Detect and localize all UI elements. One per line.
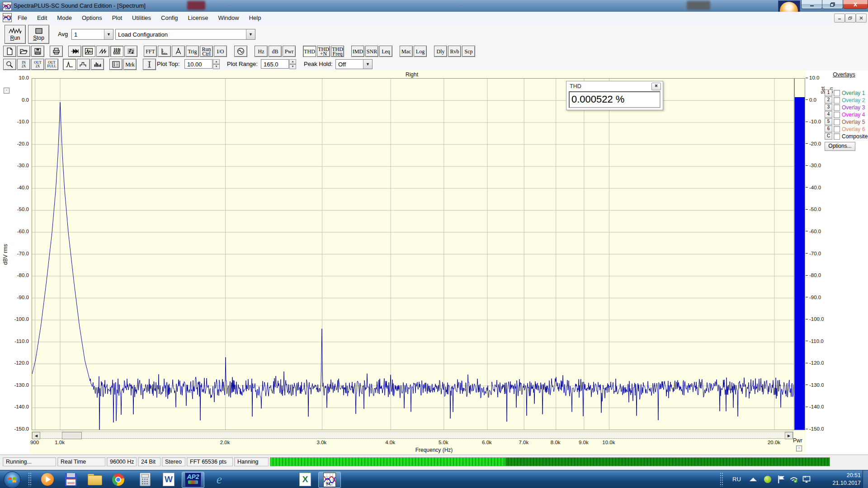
menu-item-config[interactable]: Config — [156, 14, 183, 21]
scroll-left-icon[interactable]: ◀ — [32, 432, 40, 439]
peak-hold-combobox[interactable]: Off ▼ — [335, 59, 373, 69]
fft-button[interactable]: FFT — [144, 46, 157, 57]
close-button[interactable] — [843, 0, 868, 9]
mac-button[interactable]: Mac — [400, 46, 413, 57]
plot-range-spinner[interactable]: ▲▼ — [289, 59, 296, 69]
scrollbar-thumb[interactable] — [62, 432, 82, 439]
overlay-set-button-2[interactable]: 2 — [825, 97, 832, 103]
minimize-button[interactable] — [801, 0, 822, 9]
scp-button[interactable]: Scp — [462, 46, 475, 57]
rvb-button[interactable]: Rvb — [448, 46, 461, 57]
mdi-close-button[interactable] — [856, 14, 867, 23]
thd-button[interactable]: THD — [303, 46, 316, 57]
horizontal-scrollbar[interactable]: ◀ ▶ — [32, 432, 793, 439]
scale-ruler-button[interactable] — [158, 46, 171, 57]
spectrum-curve-button[interactable] — [63, 59, 76, 70]
taskbar-media-player-icon[interactable] — [39, 472, 56, 487]
menu-item-help[interactable]: Help — [244, 14, 266, 21]
waterfall-button[interactable] — [110, 46, 123, 57]
log-button[interactable]: Log — [414, 46, 427, 57]
spectrum-chart[interactable] — [32, 79, 794, 430]
hz-button[interactable]: Hz — [255, 46, 268, 57]
load-configuration-combobox[interactable]: Load Configuration ▼ — [115, 29, 255, 40]
taskbar-internet-explorer-icon[interactable]: e — [211, 472, 228, 487]
language-indicator[interactable]: RU — [732, 476, 741, 483]
menu-item-file[interactable]: File — [13, 14, 32, 21]
display-tray-icon[interactable] — [802, 475, 811, 484]
overlay-set-button-3[interactable]: 3 — [825, 104, 832, 111]
stop-button[interactable]: Stop — [28, 25, 49, 44]
plot-display-button[interactable] — [82, 46, 95, 57]
taskbar-calculator-icon[interactable] — [137, 472, 154, 487]
print-button[interactable] — [50, 46, 63, 57]
run-ctrl-button[interactable]: RunCtrl — [200, 46, 213, 57]
i-o-button[interactable]: I/O — [214, 46, 227, 57]
overlays-options-button[interactable]: Options... — [825, 142, 855, 151]
tray-expand-icon[interactable] — [749, 475, 758, 484]
bar-plot-button[interactable] — [91, 59, 104, 70]
mrk-button[interactable]: Mrk — [123, 59, 137, 70]
start-button[interactable] — [4, 471, 21, 488]
signal-generator-button[interactable] — [234, 46, 247, 57]
spectrum-doc-icon[interactable] — [3, 13, 12, 22]
menu-item-window[interactable]: Window — [213, 14, 244, 21]
scroll-right-icon[interactable]: ▶ — [785, 432, 793, 439]
db-button[interactable]: dB — [269, 46, 282, 57]
thd-window[interactable]: THD ✖ 0.000522 % — [566, 81, 663, 110]
thd-n-button[interactable]: THD+N — [317, 46, 330, 57]
taskbar-ap2-app-icon[interactable]: AP2 — [182, 472, 204, 488]
taskbar-explorer-folder-icon[interactable] — [86, 472, 103, 487]
mdi-minimize-button[interactable] — [834, 14, 845, 23]
overlay-set-button-1[interactable]: 1 — [825, 89, 832, 96]
restore-button[interactable] — [822, 0, 843, 9]
trig-button[interactable]: Trig — [186, 46, 199, 57]
overlay-set-button-5[interactable]: 5 — [825, 118, 832, 125]
sawtooth-button[interactable] — [96, 46, 109, 57]
fast-forward-button[interactable] — [68, 46, 81, 57]
zoom-out-full-button[interactable]: OUTFULL — [45, 59, 58, 70]
taskbar-excel-icon[interactable]: X — [297, 472, 314, 487]
step-plot-button[interactable] — [77, 59, 90, 70]
pwr-button[interactable]: Pwr — [283, 46, 296, 57]
vertical-range-button[interactable] — [143, 59, 156, 70]
overlay-on-checkbox-1[interactable] — [834, 90, 840, 96]
chevron-down-icon[interactable]: ▼ — [246, 29, 255, 39]
antivirus-tray-icon[interactable] — [763, 475, 772, 484]
overlay-set-button-4[interactable]: 4 — [825, 111, 832, 118]
overlay-set-button-6[interactable]: 6 — [825, 126, 832, 132]
menu-item-utilities[interactable]: Utilities — [127, 14, 156, 21]
overlay-set-button-C[interactable]: C — [825, 133, 832, 140]
run-button[interactable]: Run — [5, 25, 26, 44]
overlay-on-checkbox-3[interactable] — [834, 104, 840, 111]
calipers-button[interactable] — [172, 46, 185, 57]
avg-combobox[interactable]: 1 ▼ — [71, 29, 113, 40]
taskbar-spectraplus-sc-icon[interactable]: SC — [318, 472, 341, 488]
notes-button[interactable] — [124, 46, 137, 57]
new-file-button[interactable] — [3, 46, 16, 57]
network-tray-icon[interactable] — [789, 475, 798, 484]
plot-top-spinner[interactable]: ▲▼ — [213, 59, 220, 69]
action-center-flag-icon[interactable] — [777, 475, 786, 484]
plot-frame[interactable] — [32, 78, 794, 430]
menu-item-options[interactable]: Options — [77, 14, 107, 21]
chevron-down-icon[interactable]: ▼ — [363, 60, 372, 69]
overlay-on-checkbox-6[interactable] — [834, 126, 840, 132]
taskbar-floppy-app-icon[interactable] — [62, 472, 80, 487]
overlay-on-checkbox-2[interactable] — [834, 97, 840, 103]
save-button[interactable] — [31, 46, 44, 57]
snr-button[interactable]: SNR — [365, 46, 378, 57]
overlay-on-checkbox-4[interactable] — [834, 112, 840, 118]
plot-range-input[interactable] — [261, 59, 289, 69]
clock[interactable]: 20:51 21.10.2017 — [832, 472, 861, 487]
axis-collapse-box[interactable]: - — [4, 88, 9, 94]
zoom-out-2x-button[interactable]: OUT2X — [31, 59, 44, 70]
taskbar-word-icon[interactable]: W — [160, 472, 177, 487]
taskbar-chrome-icon[interactable] — [109, 472, 127, 487]
menu-item-mode[interactable]: Mode — [52, 14, 77, 21]
plot-top-input[interactable] — [184, 59, 212, 69]
menu-item-plot[interactable]: Plot — [107, 14, 127, 21]
menu-item-edit[interactable]: Edit — [32, 14, 52, 21]
thd-freq-button[interactable]: THDFreq — [331, 46, 344, 57]
open-file-button[interactable] — [17, 46, 30, 57]
thd-close-icon[interactable]: ✖ — [651, 83, 661, 90]
